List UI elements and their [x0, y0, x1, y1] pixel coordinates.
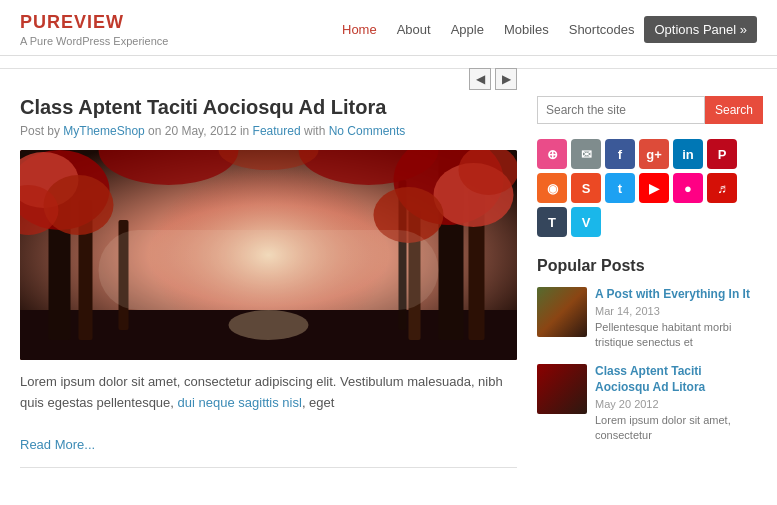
logo-area: PUREVIEW A Pure WordPress Experience — [20, 12, 168, 47]
post-category-link[interactable]: Featured — [253, 124, 301, 138]
twitter-icon[interactable]: t — [605, 173, 635, 203]
rss-icon[interactable]: ◉ — [537, 173, 567, 203]
nav-apple[interactable]: Apple — [441, 16, 494, 43]
svg-point-21 — [229, 310, 309, 340]
prev-post-button[interactable]: ◀ — [469, 68, 491, 90]
popular-posts-list: A Post with Everything In It Mar 14, 201… — [537, 287, 757, 443]
post-meta-with: with — [304, 124, 329, 138]
post-excerpt: Lorem ipsum dolor sit amet, consectetur … — [20, 372, 517, 414]
popular-post-info: A Post with Everything In It Mar 14, 201… — [595, 287, 757, 350]
main-nav: Home About Apple Mobiles Shortcodes Opti… — [332, 16, 757, 43]
vimeo-icon[interactable]: V — [571, 207, 601, 237]
nav-about[interactable]: About — [387, 16, 441, 43]
logo-title[interactable]: PUREVIEW — [20, 12, 168, 33]
nav-mobiles[interactable]: Mobiles — [494, 16, 559, 43]
popular-post-excerpt: Pellentesque habitant morbi tristique se… — [595, 320, 757, 351]
post-author-link[interactable]: MyThemeShop — [63, 124, 144, 138]
youtube-icon[interactable]: ▶ — [639, 173, 669, 203]
gplus-icon[interactable]: g+ — [639, 139, 669, 169]
next-post-button[interactable]: ▶ — [495, 68, 517, 90]
popular-post-excerpt: Lorem ipsum dolor sit amet, consectetur — [595, 413, 757, 444]
forest-illustration — [20, 150, 517, 360]
header: PUREVIEW A Pure WordPress Experience Hom… — [0, 0, 777, 56]
popular-posts-title: Popular Posts — [537, 257, 757, 275]
popular-post-item: A Post with Everything In It Mar 14, 201… — [537, 287, 757, 350]
popular-post-item: Class Aptent Taciti Aociosqu Ad Litora M… — [537, 364, 757, 443]
search-box: Search — [537, 96, 757, 124]
nav-home[interactable]: Home — [332, 16, 387, 43]
pinterest-icon[interactable]: P — [707, 139, 737, 169]
post-divider — [20, 467, 517, 468]
popular-post-title[interactable]: A Post with Everything In It — [595, 287, 757, 303]
lastfm-icon[interactable]: ♬ — [707, 173, 737, 203]
popular-post-thumb — [537, 364, 587, 414]
logo-subtitle: A Pure WordPress Experience — [20, 35, 168, 47]
facebook-icon[interactable]: f — [605, 139, 635, 169]
svg-rect-22 — [99, 230, 439, 310]
social-icons: ⊕✉fg+inP◉St▶●♬TV — [537, 139, 757, 237]
excerpt-link[interactable]: dui neque sagittis nisl — [178, 395, 302, 410]
flickr-icon[interactable]: ● — [673, 173, 703, 203]
popular-post-title[interactable]: Class Aptent Taciti Aociosqu Ad Litora — [595, 364, 757, 395]
popular-posts: Popular Posts A Post with Everything In … — [537, 257, 757, 443]
post-meta-prefix: Post by — [20, 124, 63, 138]
popular-post-thumb — [537, 287, 587, 337]
nav-options-panel[interactable]: Options Panel » — [644, 16, 757, 43]
post-title: Class Aptent Taciti Aociosqu Ad Litora — [20, 96, 517, 119]
post-navigation: ◀ ▶ — [469, 68, 517, 90]
popular-post-date: May 20 2012 — [595, 398, 757, 410]
stumbleupon-icon[interactable]: S — [571, 173, 601, 203]
linkedin-icon[interactable]: in — [673, 139, 703, 169]
read-more-link[interactable]: Read More... — [20, 437, 95, 452]
post-meta-date: on 20 May, 2012 in — [148, 124, 253, 138]
post-comments-link[interactable]: No Comments — [329, 124, 406, 138]
search-input[interactable] — [537, 96, 705, 124]
post-meta: Post by MyThemeShop on 20 May, 2012 in F… — [20, 124, 517, 138]
dribbble-icon[interactable]: ⊕ — [537, 139, 567, 169]
popular-post-info: Class Aptent Taciti Aociosqu Ad Litora M… — [595, 364, 757, 443]
search-button[interactable]: Search — [705, 96, 763, 124]
email-icon[interactable]: ✉ — [571, 139, 601, 169]
tumblr-icon[interactable]: T — [537, 207, 567, 237]
header-divider — [0, 68, 777, 69]
popular-post-date: Mar 14, 2013 — [595, 305, 757, 317]
post-featured-image — [20, 150, 517, 360]
content-area: ◀ ▶ Class Aptent Taciti Aociosqu Ad Lito… — [20, 96, 517, 480]
sidebar: Search ⊕✉fg+inP◉St▶●♬TV Popular Posts A … — [537, 96, 757, 480]
nav-shortcodes[interactable]: Shortcodes — [559, 16, 645, 43]
main-layout: ◀ ▶ Class Aptent Taciti Aociosqu Ad Lito… — [0, 81, 777, 495]
